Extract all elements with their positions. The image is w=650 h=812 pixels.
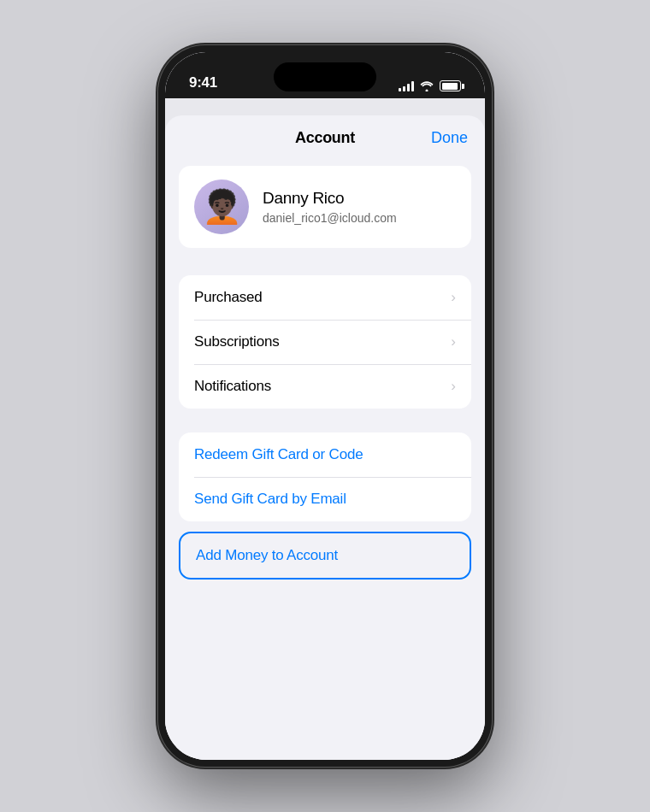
content-area: 🧑🏿‍🦱 Danny Rico daniel_rico1@icloud.com … bbox=[165, 156, 485, 580]
purchased-item[interactable]: Purchased › bbox=[179, 275, 471, 320]
subscriptions-label: Subscriptions bbox=[194, 333, 279, 350]
phone-screen: 9:41 bbox=[165, 52, 485, 760]
add-money-wrapper: Add Money to Account bbox=[179, 532, 471, 580]
status-right-icons bbox=[399, 80, 461, 91]
profile-email: daniel_rico1@icloud.com bbox=[263, 211, 397, 225]
subscriptions-chevron: › bbox=[451, 333, 456, 350]
add-money-highlighted: Add Money to Account bbox=[179, 532, 471, 580]
purchased-label: Purchased bbox=[194, 289, 262, 306]
screen-content: Account Done 🧑🏿‍🦱 Danny Rico daniel_rico… bbox=[165, 98, 485, 760]
status-time: 9:41 bbox=[189, 74, 217, 91]
battery-icon bbox=[440, 80, 461, 91]
notifications-chevron: › bbox=[451, 378, 456, 395]
notifications-item[interactable]: Notifications › bbox=[179, 364, 471, 409]
redeem-item[interactable]: Redeem Gift Card or Code bbox=[179, 432, 471, 477]
redeem-label: Redeem Gift Card or Code bbox=[194, 446, 363, 463]
send-gift-item[interactable]: Send Gift Card by Email bbox=[179, 477, 471, 521]
profile-name: Danny Rico bbox=[263, 189, 397, 208]
dynamic-island bbox=[274, 62, 376, 91]
nav-bar: Account Done bbox=[165, 115, 485, 156]
purchased-chevron: › bbox=[451, 289, 456, 306]
subscriptions-item[interactable]: Subscriptions › bbox=[179, 320, 471, 364]
notifications-label: Notifications bbox=[194, 378, 271, 395]
profile-info: Danny Rico daniel_rico1@icloud.com bbox=[263, 189, 397, 225]
sheet: Account Done 🧑🏿‍🦱 Danny Rico daniel_rico… bbox=[165, 115, 485, 760]
phone-frame: 9:41 bbox=[158, 45, 492, 767]
avatar: 🧑🏿‍🦱 bbox=[194, 179, 249, 234]
profile-card[interactable]: 🧑🏿‍🦱 Danny Rico daniel_rico1@icloud.com bbox=[179, 166, 471, 248]
wifi-icon bbox=[420, 81, 434, 91]
gift-section: Redeem Gift Card or Code Send Gift Card … bbox=[179, 432, 471, 521]
send-gift-label: Send Gift Card by Email bbox=[194, 491, 346, 508]
add-money-label: Add Money to Account bbox=[196, 547, 338, 564]
nav-title: Account bbox=[295, 129, 355, 147]
add-money-item[interactable]: Add Money to Account bbox=[180, 533, 470, 578]
signal-icon bbox=[399, 80, 414, 91]
done-button[interactable]: Done bbox=[431, 129, 468, 147]
menu-section: Purchased › Subscriptions › Notification… bbox=[179, 275, 471, 409]
